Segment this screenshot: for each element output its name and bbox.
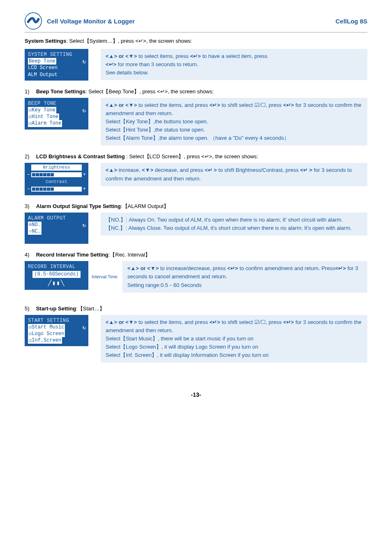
item1-r1: : Select【Beep Tone】, press	[85, 88, 157, 95]
item2-num: 2)	[25, 153, 35, 160]
item-2: 2) LCD Brightness & Contrast Setting : S…	[25, 153, 367, 160]
lcd-beep-l3: ☑Alarm Tone	[28, 120, 62, 127]
br-k4: <↵ >	[300, 167, 312, 173]
info-start: <▲> or <▼> to select the items, and pres…	[101, 315, 367, 363]
info-alarm: 【NO.】: Always On. Two output of ALM, it'…	[101, 213, 367, 236]
lcd-bright-l2: Contrast	[27, 179, 86, 185]
lcd-alarm-l1: ⊙NO.	[28, 222, 42, 228]
sys-k3: <↵>	[106, 61, 116, 67]
intro-line: System Settings: Select【System…】, press …	[25, 37, 367, 45]
item5-rest: :【Start…】	[76, 305, 105, 312]
return-icon: ↻	[83, 107, 86, 115]
info-brightness: <▲> increase, <▼> decrease, and press <↵…	[101, 163, 367, 186]
st-k2: <↵>	[210, 319, 220, 325]
return-icon: ↻	[83, 324, 86, 332]
item4-ttl: Record Interval Time Setting	[36, 252, 108, 258]
beep-k3: <↵>	[283, 102, 294, 108]
st-d: Select【Inf. Screen】, it will display Inf…	[106, 352, 269, 358]
lcd-start-l1: ☑Start Music	[28, 324, 65, 331]
br-t3: to shift Brightness/Contrast, press	[217, 167, 300, 173]
lcd-start-title: START SETTING	[28, 317, 85, 324]
lcd-start-l3: ☑Inf.Screen	[28, 337, 62, 344]
st-c: Select【Logo Screen】, it will display Log…	[106, 344, 258, 350]
lcd-system-setting: SYSTEM SETTING ↻ Beep Tone LCD Screen AL…	[25, 49, 88, 81]
st-t1: to select the items, and press	[137, 319, 209, 325]
interval-time-label: Interval Time	[92, 274, 118, 289]
item2-r1: : Select【LCD Screen】, press	[125, 153, 201, 160]
lcd-record-range: (0.5-60Seconds)	[32, 271, 80, 278]
br-t1: increase,	[117, 167, 142, 173]
rec-k2: <↵>	[227, 265, 238, 271]
lcd-beep-l1: ☑Key Tone	[28, 107, 56, 113]
sys-t4: See details below.	[106, 69, 149, 76]
beep-b: Select【Key Tone】,the buttons tone open.	[106, 118, 208, 125]
rec-t1: to increase/decrease, press	[159, 265, 227, 271]
beep-c: Select【Hint Tone】,the status tone open.	[106, 127, 205, 133]
beep-t2: to shift select ☑/☐, press	[220, 102, 283, 108]
lcd-alarm-output: ALARM OUTPUT ↻ ⊙NO. ○NC.	[25, 213, 88, 244]
br-k1: <▲>	[106, 167, 117, 173]
br-t2: decrease, and press	[153, 167, 205, 173]
alarm-b: 【NC.】: Always Close. Two output of ALM, …	[106, 225, 352, 231]
rec-b: Setting range:0.5－60 Seconds	[127, 282, 202, 288]
minus-icon: −	[27, 171, 30, 178]
br-k3: <↵ >	[205, 167, 217, 173]
item2-r2: , the screen shows:	[212, 153, 258, 160]
lcd-start-l2: ☑Logo Screen	[28, 331, 65, 337]
intro-key: <↵>	[135, 38, 146, 44]
st-k3: <↵>	[283, 319, 294, 325]
lcd-alarm-l2: ○NC.	[28, 228, 42, 235]
lcd-beep-l2: ☑Hint Tone	[28, 113, 59, 120]
intro-bold: System Settings	[25, 38, 66, 44]
lcd-bright-l1: Brightness	[31, 164, 82, 171]
page-number: -13-	[25, 391, 367, 398]
sys-t3: for more than 3 seconds to return.	[116, 61, 198, 67]
item1-num: 1)	[25, 88, 35, 95]
item2-ttl: LCD Brightness & Contrast Setting	[36, 153, 125, 160]
item1-key: <↵>	[157, 88, 168, 95]
rec-k3: <↵>	[335, 265, 346, 271]
item4-num: 4)	[25, 252, 35, 258]
beep-k1: <▲> or <▼>	[106, 102, 137, 108]
sys-t2: to have a select item, press	[201, 53, 267, 59]
info-system: <▲> or <▼> to select items, press <↵> to…	[101, 49, 367, 80]
lcd-beep-tone: BEEP TONE ↻ ☑Key Tone ☑Hint Tone ☑Alarm …	[25, 98, 88, 130]
item1-ttl: Beep Tone Settings	[36, 88, 85, 95]
item-3: 3) Alarm Output Signal Type Setting:【ALA…	[25, 203, 367, 210]
lcd-system-l3: ALM Output	[28, 72, 85, 78]
lcd-brightness: Brightness − + Contrast − +	[25, 163, 88, 195]
beep-k2: <↵>	[210, 102, 220, 108]
lcd-system-l1: Beep Tone	[28, 58, 56, 65]
header-title-right: CellLog 8S	[335, 18, 367, 25]
lcd-record-interval: RECORD INTERVAL (0.5-60Seconds) ╱▮▮╲	[25, 261, 88, 289]
sys-k2: <↵>	[190, 53, 201, 59]
beep-t1: to select the items, and press	[137, 102, 209, 108]
slider-icon: ╱▮▮╲	[28, 280, 85, 287]
item-5: 5) Start-up Setting:【Start…】	[25, 305, 367, 312]
intro-rest: : Select【System…】, press	[66, 38, 135, 44]
sys-t1: to select items, press	[137, 53, 190, 59]
item-1: 1) Beep Tone Settings: Select【Beep Tone】…	[25, 88, 367, 95]
alarm-a: 【NO.】: Always On. Two output of ALM, it'…	[106, 217, 343, 223]
return-icon: ↻	[83, 222, 86, 229]
intro-tail: , the screen shows:	[146, 38, 192, 44]
lcd-system-l2: LCD Screen	[28, 65, 85, 71]
st-b: Select【Start Music】, there will be a sta…	[106, 335, 254, 342]
lcd-alarm-title: ALARM OUTPUT	[28, 215, 85, 222]
item4-rest: :【Rec. Interval】	[108, 252, 151, 258]
lcd-system-title: SYSTEM SETTING	[28, 51, 85, 58]
lcd-record-title: RECORD INTERVAL	[28, 264, 85, 270]
beep-d: Select【Alarm Tone】,the alarm tone open. …	[106, 135, 289, 141]
logo-icon	[25, 12, 42, 30]
item1-r2: , the screen shows:	[168, 88, 214, 95]
br-k2: <▼>	[142, 167, 153, 173]
plus-icon: +	[83, 186, 86, 192]
st-k1: <▲> or <▼>	[106, 319, 137, 325]
contrast-bar	[31, 187, 82, 192]
item3-rest: :【ALARM Output】	[121, 203, 169, 209]
item3-ttl: Alarm Output Signal Type Setting	[36, 203, 121, 209]
return-icon: ↻	[83, 58, 86, 66]
brightness-bar	[31, 172, 82, 177]
rec-t2: to confirm amendment and return. Press	[238, 265, 335, 271]
info-record: <▲> or <▼> to increase/decrease, press <…	[122, 261, 367, 292]
